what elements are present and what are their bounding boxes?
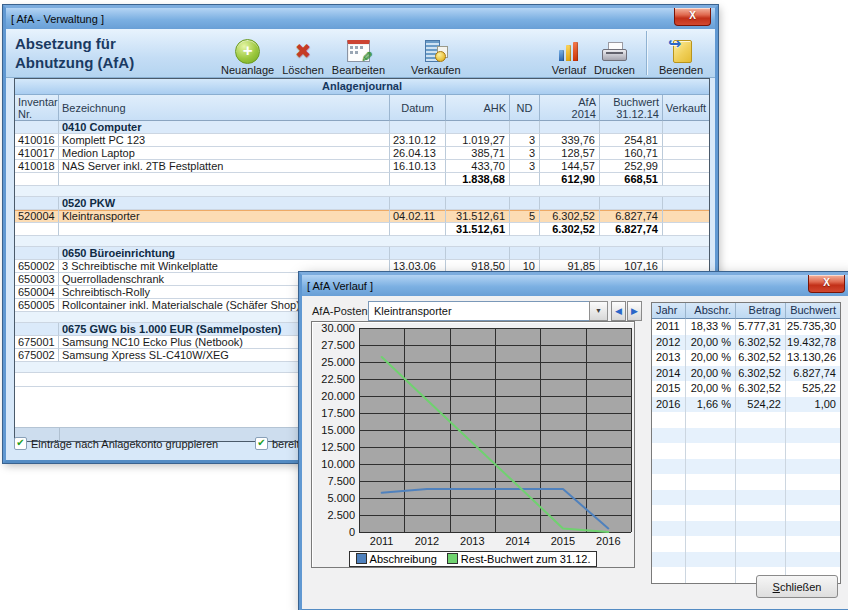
loeschen-button[interactable]: ✖ Löschen — [278, 29, 328, 76]
y-axis-tick-label: 0 — [312, 527, 355, 538]
verkaufen-button[interactable]: Verkaufen — [407, 29, 465, 76]
history-cell — [686, 474, 736, 490]
history-cell — [686, 505, 736, 521]
afa-posten-select[interactable]: Kleintransporter ▼ — [368, 301, 608, 321]
cell-nd — [510, 247, 540, 260]
history-cell: 18,33 % — [686, 319, 736, 335]
verlauf-titlebar[interactable]: [ AfA Verlauf ] X — [302, 275, 848, 296]
history-empty-row — [652, 521, 840, 537]
journal-column-header[interactable]: Bezeichnung — [59, 95, 390, 121]
history-cell — [652, 567, 686, 583]
history-column-header[interactable]: Abschr. — [686, 303, 736, 319]
previous-posten-button[interactable]: ◀ — [611, 301, 626, 321]
journal-column-header[interactable]: Verkauft — [663, 95, 709, 121]
bearbeiten-button[interactable]: ✎ Bearbeiten — [328, 29, 389, 76]
history-cell — [736, 490, 786, 506]
history-row-2016[interactable]: 20161,66 %524,221,00 — [652, 397, 840, 413]
cell-nr — [15, 173, 59, 186]
history-cell: 6.827,74 — [786, 366, 840, 382]
journal-column-header[interactable]: InventarNr. — [15, 95, 59, 121]
history-cell: 2011 — [652, 319, 686, 335]
history-cell — [652, 459, 686, 475]
cell-verkauft — [663, 197, 709, 210]
next-posten-button[interactable]: ▶ — [627, 301, 642, 321]
journal-column-header[interactable]: Buchwert31.12.14 — [600, 95, 663, 121]
cell-nd: 3 — [510, 160, 540, 173]
history-cell — [686, 412, 736, 428]
history-cell: 25.735,30 — [786, 319, 840, 335]
history-cell — [786, 412, 840, 428]
x-axis-tick-label: 2011 — [359, 535, 404, 547]
history-cell — [652, 474, 686, 490]
cell-nr — [15, 121, 59, 134]
y-axis-tick-label: 10.000 — [312, 459, 355, 470]
x-axis-tick-label: 2013 — [450, 535, 495, 547]
history-table: JahrAbschr.BetragBuchwert 201118,33 %5.7… — [651, 302, 841, 584]
page-title: Absetzung für Abnutzung (AfA) — [6, 29, 217, 73]
afa-history-chart: 02.5005.0007.50010.00012.50015.00017.500… — [311, 321, 635, 568]
printer-icon — [602, 42, 627, 61]
history-cell: 20,00 % — [686, 366, 736, 382]
cell-buchwert: 254,81 — [600, 134, 663, 147]
loeschen-label: Löschen — [282, 64, 324, 76]
cell-nd — [510, 121, 540, 134]
history-cell — [686, 567, 736, 583]
main-close-button[interactable]: X — [674, 8, 711, 26]
verlauf-button[interactable]: Verlauf — [548, 29, 590, 76]
history-empty-row — [652, 474, 840, 490]
cell-verkauft — [663, 160, 709, 173]
journal-row-520004[interactable]: 520004Kleintransporter04.02.1131.512,615… — [15, 210, 709, 223]
history-cell — [736, 443, 786, 459]
cell-nr — [15, 197, 59, 210]
schliessen-button[interactable]: Schließen — [756, 575, 838, 598]
neuanlage-button[interactable]: + Neuanlage — [217, 29, 278, 76]
x-axis-tick-label: 2015 — [540, 535, 585, 547]
cell-ahk: 1.019,27 — [446, 134, 510, 147]
y-axis-tick-label: 7.500 — [312, 476, 355, 487]
history-cell — [652, 536, 686, 552]
history-row-2011[interactable]: 201118,33 %5.777,3125.735,30 — [652, 319, 840, 335]
journal-column-header[interactable]: ND — [510, 95, 540, 121]
history-row-2013[interactable]: 201320,00 %6.302,5213.130,26 — [652, 350, 840, 366]
journal-group-row: 0650 Büroeinrichtung — [15, 247, 709, 260]
beenden-button[interactable]: ↪ Beenden — [655, 29, 707, 76]
journal-row-410016[interactable]: 410016Komplett PC 12323.10.121.019,27333… — [15, 134, 709, 147]
journal-row-410018[interactable]: 410018NAS Server inkl. 2TB Festplatten16… — [15, 160, 709, 173]
history-empty-row — [652, 443, 840, 459]
history-column-header[interactable]: Buchwert — [786, 303, 840, 319]
history-cell — [786, 536, 840, 552]
history-row-2014[interactable]: 201420,00 %6.302,526.827,74 — [652, 366, 840, 382]
cell-nr: 650003 — [15, 273, 59, 286]
history-cell — [786, 474, 840, 490]
cell-ahk — [446, 121, 510, 134]
history-column-header[interactable]: Jahr — [652, 303, 686, 319]
main-titlebar[interactable]: [ AfA - Verwaltung ] X — [6, 8, 715, 29]
history-cell — [786, 505, 840, 521]
history-cell: 2015 — [652, 381, 686, 397]
drucken-button[interactable]: Drucken — [590, 29, 639, 76]
history-cell: 6.302,52 — [736, 366, 786, 382]
afa-verlauf-window: [ AfA Verlauf ] X AfA-Posten: Kleintrans… — [299, 272, 848, 610]
history-cell: 2016 — [652, 397, 686, 413]
journal-row-410017[interactable]: 410017Medion Laptop26.04.13385,713128,57… — [15, 147, 709, 160]
page-title-line2: Abnutzung (AfA) — [15, 54, 217, 73]
delete-icon: ✖ — [295, 41, 312, 61]
history-row-2015[interactable]: 201520,00 %6.302,52525,22 — [652, 381, 840, 397]
cell-buchwert: 252,99 — [600, 160, 663, 173]
cell-datum — [390, 197, 446, 210]
history-cell — [686, 521, 736, 537]
verlauf-close-button[interactable]: X — [808, 275, 845, 293]
cell-nd — [510, 173, 540, 186]
beenden-label: Beenden — [659, 64, 703, 76]
history-cell — [736, 505, 786, 521]
sell-icon — [423, 40, 449, 62]
group-by-account-checkbox[interactable]: ✔ Einträge nach Anlagekonto gruppieren — [14, 437, 218, 450]
journal-column-header[interactable]: AHK — [446, 95, 510, 121]
journal-column-header[interactable]: Datum — [390, 95, 446, 121]
history-row-2012[interactable]: 201220,00 %6.302,5219.432,78 — [652, 335, 840, 351]
history-cell — [786, 521, 840, 537]
journal-column-header[interactable]: AfA2014 — [540, 95, 600, 121]
cell-nd — [510, 197, 540, 210]
history-column-header[interactable]: Betrag — [736, 303, 786, 319]
dropdown-icon[interactable]: ▼ — [589, 301, 608, 321]
